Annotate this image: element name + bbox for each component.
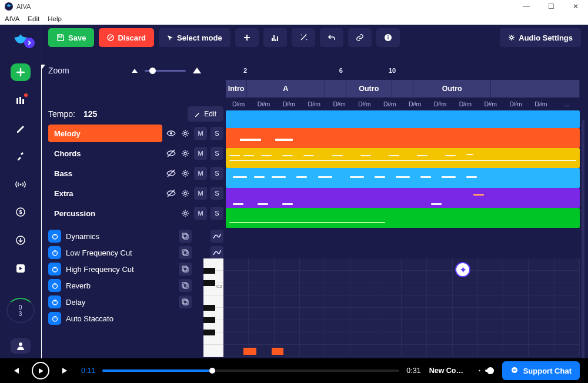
save-button[interactable]: Save — [48, 28, 94, 47]
track-settings-button[interactable] — [180, 168, 191, 179]
piano-roll[interactable]: C2 — [203, 258, 580, 357]
solo-button[interactable]: S — [211, 167, 223, 180]
track-settings-button[interactable] — [180, 188, 191, 199]
section-block[interactable]: Outro — [413, 80, 491, 98]
audio-settings-button[interactable]: Audio Settings — [500, 28, 581, 47]
link-button[interactable] — [348, 28, 372, 47]
window-maximize-button[interactable]: ☐ — [539, 0, 563, 13]
magic-wand-button[interactable] — [292, 28, 315, 47]
solo-button[interactable]: S — [211, 127, 223, 140]
section-block[interactable] — [491, 80, 580, 98]
midi-note[interactable] — [243, 348, 256, 355]
track-settings-button[interactable] — [180, 128, 191, 139]
mute-button[interactable]: M — [194, 147, 207, 160]
visibility-toggle[interactable] — [166, 168, 176, 179]
discard-button[interactable]: Discard — [99, 28, 154, 47]
fx-copy-button[interactable] — [179, 230, 192, 243]
piano-keys[interactable]: C2 — [203, 258, 223, 357]
zoom-out-icon[interactable] — [132, 69, 138, 73]
sidebar-billing-button[interactable]: $ — [11, 204, 31, 221]
fx-power-toggle[interactable] — [48, 312, 61, 325]
section-block[interactable]: A — [247, 80, 325, 98]
fx-copy-button[interactable] — [179, 295, 192, 308]
fx-power-toggle[interactable] — [48, 263, 61, 276]
section-block[interactable]: Outro — [346, 80, 392, 98]
next-button[interactable] — [58, 363, 73, 378]
tempo-edit-button[interactable]: Edit — [188, 106, 223, 122]
visibility-toggle[interactable] — [166, 188, 176, 199]
fx-copy-button[interactable] — [179, 263, 192, 276]
sidebar-download-button[interactable] — [11, 231, 31, 249]
arrangement-sections[interactable]: IntroAOutroOutro — [226, 80, 580, 98]
mute-button[interactable]: M — [194, 187, 207, 200]
svg-rect-1 — [19, 97, 21, 104]
track-name-bass[interactable]: Bass — [48, 164, 162, 182]
track-lane-bass[interactable] — [226, 168, 580, 188]
section-block[interactable]: Intro — [226, 80, 247, 98]
sidebar-editor-button[interactable] — [11, 120, 31, 137]
info-button[interactable]: i — [376, 28, 400, 47]
window-minimize-button[interactable]: — — [514, 0, 539, 13]
profile-button[interactable] — [11, 338, 31, 354]
select-mode-button[interactable]: Select mode — [159, 28, 230, 47]
fx-power-toggle[interactable] — [48, 295, 61, 308]
sidebar-play-button[interactable] — [11, 260, 31, 277]
section-block[interactable] — [325, 80, 346, 98]
undo-button[interactable] — [320, 28, 343, 47]
fx-copy-button[interactable] — [179, 279, 192, 292]
previous-button[interactable] — [8, 363, 24, 378]
sidebar-radio-button[interactable] — [11, 176, 31, 193]
svg-rect-37 — [182, 299, 187, 304]
play-button[interactable] — [32, 362, 49, 379]
sidebar-collapse-button[interactable] — [24, 38, 35, 48]
mute-button[interactable]: M — [194, 207, 207, 220]
mute-button[interactable]: M — [194, 167, 207, 180]
fx-copy-button[interactable] — [179, 246, 192, 259]
menu-edit[interactable]: Edit — [28, 15, 39, 22]
zoom-in-icon[interactable] — [193, 68, 201, 73]
seek-bar[interactable] — [102, 369, 399, 372]
track-lane-extra[interactable] — [226, 188, 580, 208]
timeline-ruler[interactable]: 2 6 10 — [226, 67, 580, 80]
sidebar-create-button[interactable] — [11, 63, 31, 81]
visibility-toggle[interactable] — [166, 128, 176, 139]
visibility-toggle[interactable] — [166, 148, 176, 159]
fx-automation-button[interactable] — [211, 246, 223, 259]
sidebar-tools-button[interactable] — [11, 147, 31, 165]
app-logo-icon — [5, 2, 13, 11]
window-close-button[interactable]: ✕ — [563, 0, 588, 13]
track-name-extra[interactable]: Extra — [48, 184, 162, 202]
fx-power-toggle[interactable] — [48, 279, 61, 292]
track-lane-tempo[interactable] — [226, 110, 580, 128]
solo-button[interactable]: S — [211, 187, 223, 200]
fx-automation-button[interactable] — [211, 230, 223, 243]
menu-aiva[interactable]: AIVA — [5, 15, 19, 22]
svg-text:$: $ — [19, 209, 22, 215]
fx-power-toggle[interactable] — [48, 230, 61, 243]
track-name-melody[interactable]: Melody — [48, 125, 162, 142]
track-lane-percussion[interactable] — [226, 208, 580, 228]
ai-sparkle-button[interactable]: ✦ — [455, 262, 470, 277]
mute-button[interactable]: M — [194, 127, 207, 140]
midi-note[interactable] — [272, 348, 283, 355]
add-button[interactable] — [235, 28, 259, 47]
menu-help[interactable]: Help — [48, 15, 62, 22]
track-settings-button[interactable] — [180, 208, 191, 219]
zoom-slider[interactable] — [145, 70, 186, 72]
equalizer-button[interactable] — [263, 28, 287, 47]
solo-button[interactable]: S — [211, 207, 223, 220]
vertical-scrollbar[interactable] — [582, 120, 584, 358]
section-block[interactable] — [392, 80, 413, 98]
track-name-chords[interactable]: Chords — [48, 145, 162, 162]
track-lane-melody[interactable] — [226, 128, 580, 148]
track-settings-button[interactable] — [180, 148, 191, 159]
support-chat-button[interactable]: Support Chat — [502, 361, 580, 380]
playhead[interactable] — [41, 68, 42, 358]
solo-button[interactable]: S — [211, 147, 223, 160]
track-lane-chords[interactable] — [226, 148, 580, 168]
sidebar-library-button[interactable] — [11, 92, 31, 109]
track-name-percussion[interactable]: Percussion — [48, 204, 162, 222]
fx-power-toggle[interactable] — [48, 246, 61, 259]
svg-point-19 — [184, 152, 186, 154]
volume-control[interactable] — [479, 363, 494, 378]
